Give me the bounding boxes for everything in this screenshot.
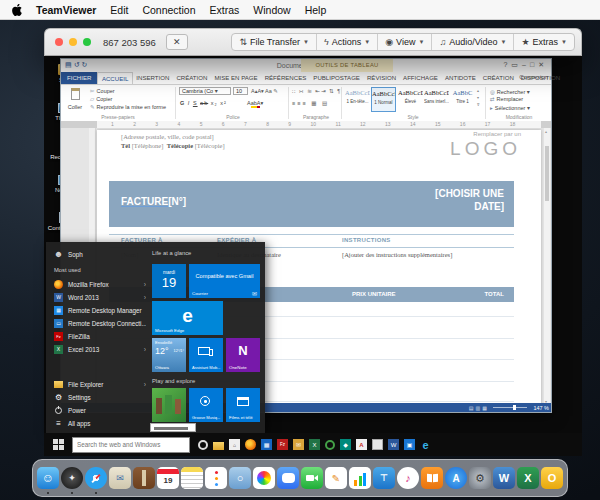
tab-affichage[interactable]: AFFICHAGE [400, 72, 442, 84]
taskbar-search-input[interactable] [72, 437, 190, 453]
audio-video-button[interactable]: ♫Audio/Video▼ [431, 34, 513, 50]
firefox-icon[interactable] [245, 439, 256, 450]
word-icon[interactable]: W [388, 439, 399, 450]
reminders-icon[interactable] [205, 467, 227, 489]
font-color-icon[interactable]: A [257, 100, 261, 108]
extras-button[interactable]: ★Extras▼ [513, 34, 574, 50]
contacts-icon[interactable] [133, 467, 155, 489]
tile-films-tv[interactable]: Films et télé [226, 388, 260, 422]
style-normal-cell[interactable]: AaBbCcDd1 Normal [371, 87, 396, 112]
start-item-excel-2013[interactable]: XExcel 2013› [54, 343, 146, 355]
start-item-remote-desktop-connection[interactable]: ▭Remote Desktop Connecti...› [54, 317, 146, 329]
cut-button[interactable]: ✂Couper [90, 88, 115, 94]
teal-app-icon[interactable]: ◆ [340, 439, 351, 450]
microsoft-outlook-icon[interactable]: O [541, 467, 563, 489]
zoom-window-button[interactable] [83, 38, 91, 46]
launchpad-icon[interactable]: ✦ [61, 467, 83, 489]
paste-button[interactable]: Coller [64, 86, 86, 112]
close-window-button[interactable] [55, 38, 63, 46]
style-titre1-cell[interactable]: AaBbCTitre 1 [450, 87, 475, 112]
antidote-icon[interactable] [325, 440, 335, 450]
tile-groove-music[interactable]: Groove Musiq... [189, 388, 223, 422]
style-heading-cell[interactable]: AaBbCcDd1 En-tête... [345, 87, 370, 112]
tile-edge[interactable]: e Microsoft Edge [152, 301, 223, 335]
close-session-icon[interactable]: ✕ [166, 34, 188, 50]
notes-icon[interactable] [181, 467, 203, 489]
tab-mise-en-page[interactable]: MISE EN PAGE [211, 72, 261, 84]
menu-edit[interactable]: Edit [110, 4, 128, 16]
paragraph-align-icons[interactable]: ≡≡≡ ▦ ▤ [292, 100, 329, 106]
itunes-icon[interactable]: ♪ [397, 467, 419, 489]
font-style-buttons[interactable]: G I S ab x₂ x² [180, 100, 227, 106]
internet-explorer-icon[interactable]: e [420, 439, 431, 450]
tab-references[interactable]: RÉFÉRENCES [261, 72, 310, 84]
horizontal-ruler[interactable]: 1 2 3 4 5 6 7 8 9 10 11 12 13 14 15 16 1… [61, 121, 551, 128]
copy-button[interactable]: ▱Copier [90, 96, 112, 102]
apple-menu-icon[interactable] [12, 4, 22, 16]
view-mode-icons[interactable]: ▤▥▦ [469, 405, 489, 411]
start-item-filezilla[interactable]: FzFileZilla [54, 330, 146, 342]
file-explorer-icon[interactable] [213, 442, 224, 450]
invoice-title[interactable]: FACTURE[N°] [121, 196, 186, 207]
microsoft-word-icon[interactable]: W [493, 467, 515, 489]
menu-window[interactable]: Window [253, 4, 290, 16]
tab-accueil[interactable]: ACCUEIL [97, 72, 132, 84]
word-window-controls[interactable]: ?▭–□✕ [503, 61, 548, 69]
font-size-select[interactable]: 10 [233, 87, 248, 95]
tab-insertion[interactable]: INSERTION [133, 72, 173, 84]
address-placeholder[interactable]: [Adresse postale, ville, code postal] [121, 133, 214, 140]
tile-xbox[interactable] [152, 388, 186, 422]
tel-placeholder[interactable]: [Téléphone] [132, 142, 164, 149]
menu-help[interactable]: Help [305, 4, 327, 16]
zoom-level[interactable]: 147 % [533, 405, 549, 411]
tab-fichier[interactable]: FICHIER [61, 72, 97, 84]
logo-placeholder[interactable]: LOGO [450, 138, 521, 160]
word-titlebar[interactable]: ▤↺↻ Document1 - Word OUTILS DE TABLEAU ?… [61, 59, 551, 72]
menu-extras[interactable]: Extras [210, 4, 240, 16]
file-transfer-button[interactable]: ⇅File Transfer▼ [232, 34, 316, 50]
start-item-remote-desktop-manager[interactable]: ▦Remote Desktop Manager› [54, 304, 146, 316]
scrollbar-thumb[interactable] [545, 146, 549, 201]
menu-connection[interactable]: Connection [142, 4, 195, 16]
select-button[interactable]: ▸Sélectionner ▾ [490, 104, 530, 111]
safari-icon[interactable] [85, 467, 107, 489]
start-item-word-2013[interactable]: WWord 2013› [54, 291, 146, 303]
invoice-number-placeholder[interactable]: [N°] [168, 196, 186, 207]
fax-placeholder[interactable]: [Télécopie] [195, 142, 225, 149]
start-item-firefox[interactable]: Mozilla Firefox› [54, 278, 146, 290]
windows-store-icon[interactable]: ⌂ [229, 439, 240, 450]
zoom-slider[interactable] [493, 407, 527, 408]
replace-button[interactable]: ⇄Remplacer [490, 96, 523, 102]
app-a-icon[interactable]: A [356, 439, 367, 450]
tile-weather[interactable]: Ensoleillé 12° 12°/1° Ottawa [152, 338, 186, 372]
highlight-icon[interactable]: ab [251, 100, 257, 108]
tab-creation[interactable]: CRÉATION [173, 72, 211, 84]
start-button[interactable] [53, 439, 64, 450]
start-item-all-apps[interactable]: ≡All apps [54, 417, 146, 429]
mail-icon[interactable]: ✉ [109, 467, 131, 489]
mail-app-icon[interactable]: ✉ [293, 439, 304, 450]
tile-phone-companion[interactable]: Assistant Mob... [189, 338, 223, 372]
remote-desktop-manager-icon[interactable]: ▦ [261, 439, 272, 450]
account-signin-link[interactable]: Connexion [519, 74, 548, 80]
finder-icon[interactable]: ☺ [37, 467, 59, 489]
photos-icon[interactable] [253, 467, 275, 489]
preview-icon[interactable]: ○ [229, 467, 251, 489]
start-item-power[interactable]: Power [54, 404, 146, 416]
instructions-placeholder[interactable]: [Ajouter des instructions supplémentaire… [342, 251, 452, 258]
actions-button[interactable]: ϟActions▼ [316, 34, 377, 50]
numbers-icon[interactable] [349, 467, 371, 489]
filezilla-icon[interactable]: Fz [277, 439, 288, 450]
messages-icon[interactable] [277, 467, 299, 489]
tab-revision[interactable]: RÉVISION [363, 72, 399, 84]
text-effects-icon[interactable]: AabA▾ [247, 100, 263, 106]
ibooks-icon[interactable] [421, 467, 443, 489]
style-eleve-cell[interactable]: AaBbCcDdÉlevé [398, 87, 423, 112]
keynote-icon[interactable]: ⊤ [373, 467, 395, 489]
ribbon-options-icon[interactable]: ▭ [511, 61, 522, 68]
minimize-window-button[interactable] [69, 38, 77, 46]
style-gallery-scroll[interactable]: ▴▾⊽ [477, 87, 480, 108]
scroll-up-icon[interactable]: ▴ [545, 129, 547, 134]
calendar-icon[interactable]: 19 [157, 467, 179, 489]
tile-calendar[interactable]: mardi 19 [152, 264, 186, 298]
